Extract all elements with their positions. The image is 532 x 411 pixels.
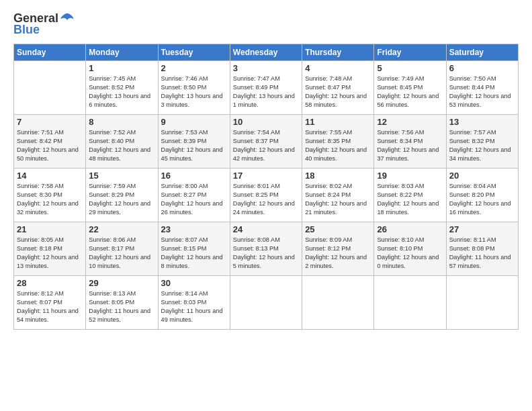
day-number: 2 <box>161 63 227 73</box>
calendar-cell: 14Sunrise: 7:58 AM Sunset: 8:30 PM Dayli… <box>14 169 86 222</box>
calendar-cell: 19Sunrise: 8:03 AM Sunset: 8:22 PM Dayli… <box>374 169 446 222</box>
day-number: 1 <box>89 63 154 73</box>
week-row-0: 1Sunrise: 7:45 AM Sunset: 8:52 PM Daylig… <box>14 61 519 115</box>
calendar-cell: 6Sunrise: 7:50 AM Sunset: 8:44 PM Daylig… <box>446 61 518 115</box>
cell-details: Sunrise: 7:54 AM Sunset: 8:37 PM Dayligh… <box>233 128 299 163</box>
calendar-table: SundayMondayTuesdayWednesdayThursdayFrid… <box>13 44 519 330</box>
header-row: SundayMondayTuesdayWednesdayThursdayFrid… <box>14 44 519 61</box>
cell-details: Sunrise: 7:48 AM Sunset: 8:47 PM Dayligh… <box>305 75 371 109</box>
calendar-cell: 11Sunrise: 7:55 AM Sunset: 8:35 PM Dayli… <box>302 115 374 169</box>
day-number: 27 <box>449 224 515 234</box>
day-number: 8 <box>89 117 154 127</box>
calendar-cell: 23Sunrise: 8:07 AM Sunset: 8:15 PM Dayli… <box>158 222 230 276</box>
calendar-cell: 16Sunrise: 8:00 AM Sunset: 8:27 PM Dayli… <box>158 169 230 222</box>
cell-details: Sunrise: 7:49 AM Sunset: 8:45 PM Dayligh… <box>377 75 443 109</box>
calendar-cell: 8Sunrise: 7:52 AM Sunset: 8:40 PM Daylig… <box>86 115 158 169</box>
cell-details: Sunrise: 7:59 AM Sunset: 8:29 PM Dayligh… <box>89 182 154 217</box>
day-number: 7 <box>17 117 83 127</box>
cell-details: Sunrise: 7:47 AM Sunset: 8:49 PM Dayligh… <box>233 75 299 109</box>
calendar-cell: 3Sunrise: 7:47 AM Sunset: 8:49 PM Daylig… <box>230 61 302 115</box>
calendar-cell: 12Sunrise: 7:56 AM Sunset: 8:34 PM Dayli… <box>374 115 446 169</box>
calendar-cell: 29Sunrise: 8:13 AM Sunset: 8:05 PM Dayli… <box>86 276 158 330</box>
day-number: 6 <box>449 63 515 73</box>
day-number: 14 <box>17 171 83 181</box>
header-cell-monday: Monday <box>86 44 158 61</box>
cell-details: Sunrise: 8:06 AM Sunset: 8:17 PM Dayligh… <box>89 236 154 271</box>
calendar-cell <box>230 276 302 330</box>
day-number: 25 <box>305 224 371 234</box>
calendar-cell: 28Sunrise: 8:12 AM Sunset: 8:07 PM Dayli… <box>14 276 86 330</box>
header-cell-sunday: Sunday <box>14 44 86 61</box>
calendar-cell: 26Sunrise: 8:10 AM Sunset: 8:10 PM Dayli… <box>374 222 446 276</box>
header-cell-friday: Friday <box>374 44 446 61</box>
day-number: 22 <box>89 224 154 234</box>
calendar-cell <box>374 276 446 330</box>
cell-details: Sunrise: 7:55 AM Sunset: 8:35 PM Dayligh… <box>305 128 371 163</box>
day-number: 20 <box>449 171 515 181</box>
calendar-cell: 17Sunrise: 8:01 AM Sunset: 8:25 PM Dayli… <box>230 169 302 222</box>
header-cell-wednesday: Wednesday <box>230 44 302 61</box>
cell-details: Sunrise: 8:14 AM Sunset: 8:03 PM Dayligh… <box>161 289 227 324</box>
calendar-cell: 4Sunrise: 7:48 AM Sunset: 8:47 PM Daylig… <box>302 61 374 115</box>
header-cell-saturday: Saturday <box>446 44 518 61</box>
cell-details: Sunrise: 8:09 AM Sunset: 8:12 PM Dayligh… <box>305 236 371 271</box>
day-number: 10 <box>233 117 299 127</box>
day-number: 21 <box>17 224 83 234</box>
cell-details: Sunrise: 8:10 AM Sunset: 8:10 PM Dayligh… <box>377 236 443 271</box>
calendar-cell <box>14 61 86 115</box>
day-number: 12 <box>377 117 443 127</box>
calendar-cell: 10Sunrise: 7:54 AM Sunset: 8:37 PM Dayli… <box>230 115 302 169</box>
calendar-cell: 21Sunrise: 8:05 AM Sunset: 8:18 PM Dayli… <box>14 222 86 276</box>
week-row-1: 7Sunrise: 7:51 AM Sunset: 8:42 PM Daylig… <box>14 115 519 169</box>
calendar-cell: 18Sunrise: 8:02 AM Sunset: 8:24 PM Dayli… <box>302 169 374 222</box>
calendar-cell: 25Sunrise: 8:09 AM Sunset: 8:12 PM Dayli… <box>302 222 374 276</box>
day-number: 18 <box>305 171 371 181</box>
cell-details: Sunrise: 7:45 AM Sunset: 8:52 PM Dayligh… <box>89 75 154 109</box>
day-number: 26 <box>377 224 443 234</box>
week-row-4: 28Sunrise: 8:12 AM Sunset: 8:07 PM Dayli… <box>14 276 519 330</box>
day-number: 3 <box>233 63 299 73</box>
cell-details: Sunrise: 7:52 AM Sunset: 8:40 PM Dayligh… <box>89 128 154 163</box>
cell-details: Sunrise: 8:04 AM Sunset: 8:20 PM Dayligh… <box>449 182 515 217</box>
calendar-cell <box>302 276 374 330</box>
calendar-cell: 13Sunrise: 7:57 AM Sunset: 8:32 PM Dayli… <box>446 115 518 169</box>
cell-details: Sunrise: 8:13 AM Sunset: 8:05 PM Dayligh… <box>89 289 154 324</box>
calendar-cell: 24Sunrise: 8:08 AM Sunset: 8:13 PM Dayli… <box>230 222 302 276</box>
cell-details: Sunrise: 8:08 AM Sunset: 8:13 PM Dayligh… <box>233 236 299 271</box>
day-number: 17 <box>233 171 299 181</box>
day-number: 13 <box>449 117 515 127</box>
calendar-cell: 1Sunrise: 7:45 AM Sunset: 8:52 PM Daylig… <box>86 61 158 115</box>
cell-details: Sunrise: 8:03 AM Sunset: 8:22 PM Dayligh… <box>377 182 443 217</box>
calendar-cell: 15Sunrise: 7:59 AM Sunset: 8:29 PM Dayli… <box>86 169 158 222</box>
day-number: 15 <box>89 171 154 181</box>
day-number: 5 <box>377 63 443 73</box>
cell-details: Sunrise: 7:51 AM Sunset: 8:42 PM Dayligh… <box>17 128 83 163</box>
logo-container: General Blue <box>13 11 75 37</box>
calendar-cell: 27Sunrise: 8:11 AM Sunset: 8:08 PM Dayli… <box>446 222 518 276</box>
cell-details: Sunrise: 8:00 AM Sunset: 8:27 PM Dayligh… <box>161 182 227 217</box>
cell-details: Sunrise: 8:05 AM Sunset: 8:18 PM Dayligh… <box>17 236 83 271</box>
header: General Blue <box>13 11 519 37</box>
header-cell-thursday: Thursday <box>302 44 374 61</box>
calendar-cell <box>446 276 518 330</box>
day-number: 11 <box>305 117 371 127</box>
header-cell-tuesday: Tuesday <box>158 44 230 61</box>
day-number: 30 <box>161 278 227 288</box>
cell-details: Sunrise: 8:02 AM Sunset: 8:24 PM Dayligh… <box>305 182 371 217</box>
day-number: 19 <box>377 171 443 181</box>
cell-details: Sunrise: 7:50 AM Sunset: 8:44 PM Dayligh… <box>449 75 515 109</box>
week-row-2: 14Sunrise: 7:58 AM Sunset: 8:30 PM Dayli… <box>14 169 519 222</box>
logo-bird-icon <box>60 11 75 26</box>
logo-blue: Blue <box>13 23 40 37</box>
calendar-cell: 20Sunrise: 8:04 AM Sunset: 8:20 PM Dayli… <box>446 169 518 222</box>
cell-details: Sunrise: 8:07 AM Sunset: 8:15 PM Dayligh… <box>161 236 227 271</box>
day-number: 28 <box>17 278 83 288</box>
calendar-cell: 2Sunrise: 7:46 AM Sunset: 8:50 PM Daylig… <box>158 61 230 115</box>
day-number: 24 <box>233 224 299 234</box>
cell-details: Sunrise: 7:53 AM Sunset: 8:39 PM Dayligh… <box>161 128 227 163</box>
cell-details: Sunrise: 8:11 AM Sunset: 8:08 PM Dayligh… <box>449 236 515 271</box>
day-number: 4 <box>305 63 371 73</box>
calendar-cell: 22Sunrise: 8:06 AM Sunset: 8:17 PM Dayli… <box>86 222 158 276</box>
day-number: 16 <box>161 171 227 181</box>
calendar-cell: 9Sunrise: 7:53 AM Sunset: 8:39 PM Daylig… <box>158 115 230 169</box>
